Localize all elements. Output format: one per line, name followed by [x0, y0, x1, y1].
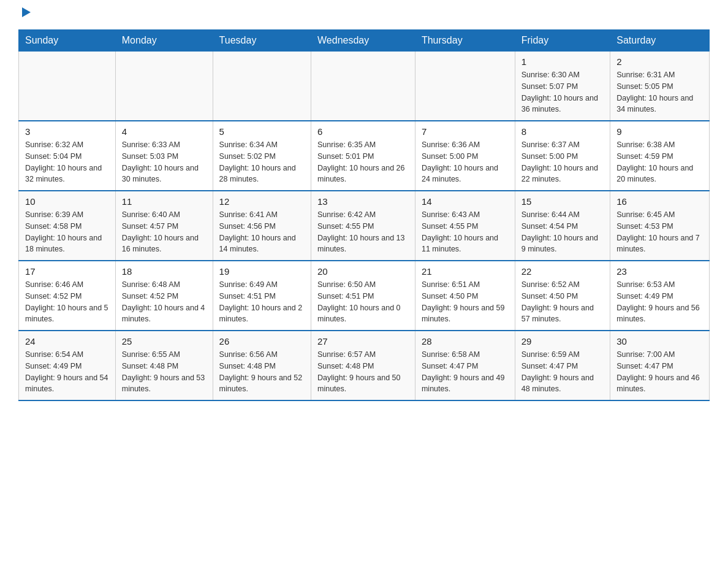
- calendar-day-cell: [415, 52, 515, 121]
- day-number: 8: [521, 126, 604, 137]
- calendar-day-cell: 28Sunrise: 6:58 AMSunset: 4:47 PMDayligh…: [415, 331, 515, 400]
- calendar-day-cell: 27Sunrise: 6:57 AMSunset: 4:48 PMDayligh…: [311, 331, 415, 400]
- calendar-day-cell: 6Sunrise: 6:35 AMSunset: 5:01 PMDaylight…: [311, 121, 415, 191]
- day-number: 24: [25, 336, 109, 347]
- calendar-day-cell: 22Sunrise: 6:52 AMSunset: 4:50 PMDayligh…: [515, 261, 610, 331]
- calendar-day-cell: 23Sunrise: 6:53 AMSunset: 4:49 PMDayligh…: [610, 261, 710, 331]
- calendar-day-cell: 19Sunrise: 6:49 AMSunset: 4:51 PMDayligh…: [213, 261, 311, 331]
- day-info: Sunrise: 6:53 AMSunset: 4:49 PMDaylight:…: [616, 279, 703, 325]
- day-info: Sunrise: 6:34 AMSunset: 5:02 PMDaylight:…: [219, 139, 305, 185]
- day-info: Sunrise: 6:56 AMSunset: 4:48 PMDaylight:…: [219, 349, 305, 395]
- calendar-day-cell: 4Sunrise: 6:33 AMSunset: 5:03 PMDaylight…: [115, 121, 213, 191]
- day-info: Sunrise: 6:44 AMSunset: 4:54 PMDaylight:…: [521, 209, 604, 255]
- day-number: 17: [25, 266, 109, 277]
- calendar-table: SundayMondayTuesdayWednesdayThursdayFrid…: [18, 29, 710, 401]
- day-of-week-header: Wednesday: [311, 30, 415, 52]
- day-info: Sunrise: 6:30 AMSunset: 5:07 PMDaylight:…: [521, 69, 604, 115]
- day-number: 26: [219, 336, 305, 347]
- calendar-week-row: 1Sunrise: 6:30 AMSunset: 5:07 PMDaylight…: [19, 52, 710, 121]
- day-info: Sunrise: 6:33 AMSunset: 5:03 PMDaylight:…: [122, 139, 207, 185]
- day-number: 29: [521, 336, 604, 347]
- day-info: Sunrise: 7:00 AMSunset: 4:47 PMDaylight:…: [616, 349, 703, 395]
- calendar-day-cell: 9Sunrise: 6:38 AMSunset: 4:59 PMDaylight…: [610, 121, 710, 191]
- calendar-day-cell: 7Sunrise: 6:36 AMSunset: 5:00 PMDaylight…: [415, 121, 515, 191]
- calendar-day-cell: 16Sunrise: 6:45 AMSunset: 4:53 PMDayligh…: [610, 191, 710, 261]
- day-info: Sunrise: 6:40 AMSunset: 4:57 PMDaylight:…: [122, 209, 207, 255]
- calendar-day-cell: 25Sunrise: 6:55 AMSunset: 4:48 PMDayligh…: [115, 331, 213, 400]
- day-number: 20: [317, 266, 409, 277]
- day-of-week-header: Sunday: [19, 30, 116, 52]
- calendar-day-cell: 10Sunrise: 6:39 AMSunset: 4:58 PMDayligh…: [19, 191, 116, 261]
- day-info: Sunrise: 6:55 AMSunset: 4:48 PMDaylight:…: [122, 349, 207, 395]
- day-info: Sunrise: 6:41 AMSunset: 4:56 PMDaylight:…: [219, 209, 305, 255]
- day-info: Sunrise: 6:43 AMSunset: 4:55 PMDaylight:…: [422, 209, 509, 255]
- day-info: Sunrise: 6:49 AMSunset: 4:51 PMDaylight:…: [219, 279, 305, 325]
- calendar-day-cell: 26Sunrise: 6:56 AMSunset: 4:48 PMDayligh…: [213, 331, 311, 400]
- logo: [18, 12, 53, 17]
- calendar-day-cell: [19, 52, 116, 121]
- day-info: Sunrise: 6:57 AMSunset: 4:48 PMDaylight:…: [317, 349, 409, 395]
- day-info: Sunrise: 6:39 AMSunset: 4:58 PMDaylight:…: [25, 209, 109, 255]
- calendar-day-cell: 3Sunrise: 6:32 AMSunset: 5:04 PMDaylight…: [19, 121, 116, 191]
- calendar-day-cell: 5Sunrise: 6:34 AMSunset: 5:02 PMDaylight…: [213, 121, 311, 191]
- calendar-day-cell: [115, 52, 213, 121]
- day-info: Sunrise: 6:50 AMSunset: 4:51 PMDaylight:…: [317, 279, 409, 325]
- day-number: 13: [317, 196, 409, 207]
- calendar-day-cell: 24Sunrise: 6:54 AMSunset: 4:49 PMDayligh…: [19, 331, 116, 400]
- page-header: [18, 12, 710, 17]
- calendar-day-cell: 15Sunrise: 6:44 AMSunset: 4:54 PMDayligh…: [515, 191, 610, 261]
- day-number: 15: [521, 196, 604, 207]
- day-number: 22: [521, 266, 604, 277]
- day-number: 2: [616, 56, 703, 67]
- day-number: 27: [317, 336, 409, 347]
- day-number: 18: [122, 266, 207, 277]
- day-number: 7: [422, 126, 509, 137]
- calendar-day-cell: 8Sunrise: 6:37 AMSunset: 5:00 PMDaylight…: [515, 121, 610, 191]
- day-number: 30: [616, 336, 703, 347]
- day-info: Sunrise: 6:54 AMSunset: 4:49 PMDaylight:…: [25, 349, 109, 395]
- day-number: 23: [616, 266, 703, 277]
- day-number: 21: [422, 266, 509, 277]
- calendar-day-cell: 13Sunrise: 6:42 AMSunset: 4:55 PMDayligh…: [311, 191, 415, 261]
- calendar-day-cell: 18Sunrise: 6:48 AMSunset: 4:52 PMDayligh…: [115, 261, 213, 331]
- day-number: 28: [422, 336, 509, 347]
- day-info: Sunrise: 6:58 AMSunset: 4:47 PMDaylight:…: [422, 349, 509, 395]
- day-number: 16: [616, 196, 703, 207]
- calendar-week-row: 3Sunrise: 6:32 AMSunset: 5:04 PMDaylight…: [19, 121, 710, 191]
- day-info: Sunrise: 6:38 AMSunset: 4:59 PMDaylight:…: [616, 139, 703, 185]
- day-of-week-header: Saturday: [610, 30, 710, 52]
- day-info: Sunrise: 6:52 AMSunset: 4:50 PMDaylight:…: [521, 279, 604, 325]
- calendar-day-cell: 20Sunrise: 6:50 AMSunset: 4:51 PMDayligh…: [311, 261, 415, 331]
- day-info: Sunrise: 6:35 AMSunset: 5:01 PMDaylight:…: [317, 139, 409, 185]
- logo-top-row: [18, 12, 53, 20]
- day-of-week-header: Thursday: [415, 30, 515, 52]
- calendar-day-cell: [311, 52, 415, 121]
- day-of-week-header: Monday: [115, 30, 213, 52]
- calendar-day-cell: 2Sunrise: 6:31 AMSunset: 5:05 PMDaylight…: [610, 52, 710, 121]
- day-info: Sunrise: 6:32 AMSunset: 5:04 PMDaylight:…: [25, 139, 109, 185]
- day-info: Sunrise: 6:31 AMSunset: 5:05 PMDaylight:…: [616, 69, 703, 115]
- calendar-day-cell: 29Sunrise: 6:59 AMSunset: 4:47 PMDayligh…: [515, 331, 610, 400]
- day-number: 1: [521, 56, 604, 67]
- calendar-day-cell: 30Sunrise: 7:00 AMSunset: 4:47 PMDayligh…: [610, 331, 710, 400]
- calendar-day-cell: 14Sunrise: 6:43 AMSunset: 4:55 PMDayligh…: [415, 191, 515, 261]
- day-number: 14: [422, 196, 509, 207]
- svg-marker-0: [22, 7, 31, 17]
- day-info: Sunrise: 6:36 AMSunset: 5:00 PMDaylight:…: [422, 139, 509, 185]
- logo-arrow-icon: [20, 6, 33, 20]
- day-of-week-header: Friday: [515, 30, 610, 52]
- day-number: 5: [219, 126, 305, 137]
- day-number: 4: [122, 126, 207, 137]
- calendar-day-cell: 1Sunrise: 6:30 AMSunset: 5:07 PMDaylight…: [515, 52, 610, 121]
- day-info: Sunrise: 6:45 AMSunset: 4:53 PMDaylight:…: [616, 209, 703, 255]
- day-number: 12: [219, 196, 305, 207]
- calendar-week-row: 10Sunrise: 6:39 AMSunset: 4:58 PMDayligh…: [19, 191, 710, 261]
- day-info: Sunrise: 6:48 AMSunset: 4:52 PMDaylight:…: [122, 279, 207, 325]
- calendar-day-cell: 12Sunrise: 6:41 AMSunset: 4:56 PMDayligh…: [213, 191, 311, 261]
- day-number: 9: [616, 126, 703, 137]
- calendar-day-cell: 17Sunrise: 6:46 AMSunset: 4:52 PMDayligh…: [19, 261, 116, 331]
- day-of-week-header: Tuesday: [213, 30, 311, 52]
- day-info: Sunrise: 6:37 AMSunset: 5:00 PMDaylight:…: [521, 139, 604, 185]
- day-number: 6: [317, 126, 409, 137]
- calendar-header-row: SundayMondayTuesdayWednesdayThursdayFrid…: [19, 30, 710, 52]
